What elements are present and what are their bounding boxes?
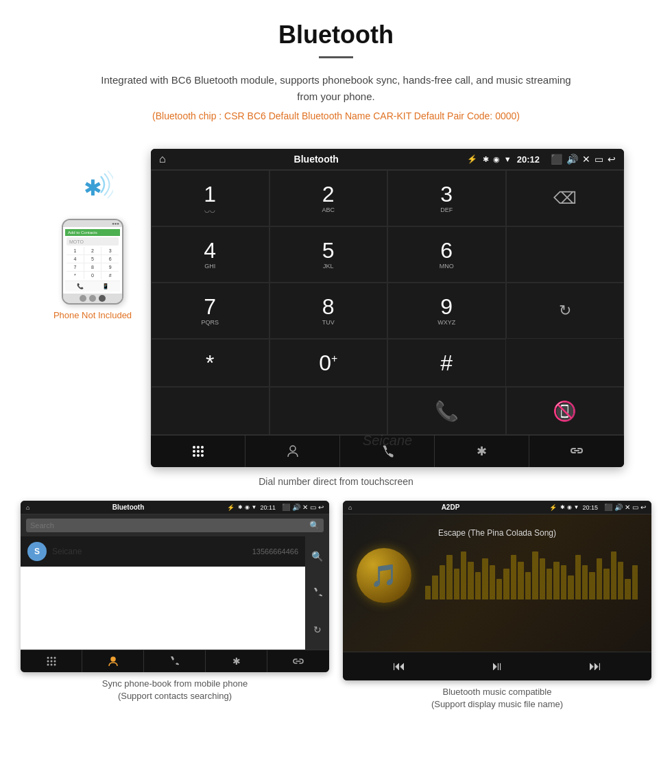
dial-status-bar: ⌂ Bluetooth ⚡ ✱ ◉ ▼ 20:12 ⬛ 🔊 ✕ ▭ ↩ bbox=[151, 149, 624, 170]
music-play-pause-btn[interactable]: ⏯ bbox=[491, 659, 503, 674]
dial-key-2[interactable]: 2 ABC bbox=[269, 170, 388, 226]
music-vol-btn[interactable]: 🔊 bbox=[614, 503, 623, 511]
viz-bar bbox=[597, 558, 602, 599]
viz-bar bbox=[532, 551, 538, 599]
music-close-btn[interactable]: ✕ bbox=[625, 503, 630, 511]
dial-key-star[interactable]: * bbox=[151, 339, 269, 387]
phonebook-bottom-bar: ✱ bbox=[21, 650, 329, 672]
pb-home-icon[interactable]: ⌂ bbox=[26, 504, 29, 511]
bottom-screenshots: ⌂ Bluetooth ⚡ ✱◉▼ 20:11 ⬛ 🔊 ✕ ▭ ↩ bbox=[0, 501, 672, 730]
dial-key-5[interactable]: 5 JKL bbox=[269, 226, 388, 283]
music-album-art: 🎵 bbox=[357, 548, 411, 603]
phonebook-sidebar: 🔍 ↻ bbox=[305, 536, 329, 650]
dial-call-green-btn[interactable]: 📞 bbox=[387, 387, 506, 435]
contact-number: 13566664466 bbox=[252, 547, 298, 556]
svg-text:✱: ✱ bbox=[84, 176, 102, 200]
window-status-btn[interactable]: ▭ bbox=[595, 154, 603, 165]
status-right-icons: ⬛ 🔊 ✕ ▭ ↩ bbox=[551, 154, 616, 165]
header-divider bbox=[319, 56, 353, 58]
phonebook-caption: Sync phone-book from mobile phone (Suppo… bbox=[21, 672, 329, 708]
bluetooth-btn[interactable]: ✱ bbox=[435, 436, 529, 467]
phone-not-included-label: Phone Not Included bbox=[53, 310, 132, 320]
dial-screen-title: Bluetooth bbox=[171, 154, 461, 165]
viz-bar bbox=[440, 565, 445, 599]
dial-key-3[interactable]: 3 DEF bbox=[387, 170, 506, 226]
dial-key-8[interactable]: 8 TUV bbox=[269, 283, 388, 339]
dial-key-6[interactable]: 6 MNO bbox=[387, 226, 506, 283]
link-btn[interactable] bbox=[529, 436, 624, 467]
dial-key-4[interactable]: 4 GHI bbox=[151, 226, 269, 283]
svg-point-14 bbox=[53, 657, 56, 659]
viz-bar bbox=[582, 565, 588, 599]
contacts-btn[interactable] bbox=[245, 436, 340, 467]
dial-key-hash[interactable]: # bbox=[387, 339, 506, 387]
status-time: 20:12 bbox=[517, 154, 540, 165]
music-camera-btn[interactable]: ⬛ bbox=[604, 503, 612, 511]
viz-bar bbox=[540, 558, 545, 599]
dial-reload-btn[interactable]: ↻ bbox=[506, 283, 625, 339]
pb-camera-btn[interactable]: ⬛ bbox=[282, 503, 290, 511]
viz-bar bbox=[603, 569, 609, 599]
viz-bar bbox=[425, 586, 431, 599]
pb-dialpad-btn[interactable] bbox=[21, 650, 82, 672]
pb-back-btn[interactable]: ↩ bbox=[318, 503, 324, 511]
pb-sidebar-phone-icon[interactable] bbox=[313, 587, 322, 599]
music-home-icon[interactable]: ⌂ bbox=[348, 504, 352, 511]
viz-bar bbox=[454, 569, 459, 599]
page-header: Bluetooth Integrated with BC6 Bluetooth … bbox=[0, 0, 672, 142]
viz-bar bbox=[490, 565, 495, 599]
usb-icon: ⚡ bbox=[467, 154, 477, 164]
svg-point-12 bbox=[47, 657, 49, 659]
music-next-btn[interactable]: ⏭ bbox=[589, 659, 601, 674]
svg-point-15 bbox=[47, 661, 49, 663]
home-icon[interactable]: ⌂ bbox=[159, 153, 166, 165]
dial-key-1[interactable]: 1 ◡◡ bbox=[151, 170, 269, 226]
svg-point-16 bbox=[50, 661, 52, 663]
viz-bar bbox=[561, 565, 566, 599]
dialpad-btn[interactable] bbox=[151, 436, 245, 467]
phone-top-bar: ●●● bbox=[63, 220, 122, 227]
pb-usb-icon: ⚡ bbox=[227, 504, 235, 511]
phonebook-contact-item[interactable]: S Seicane 13566664466 bbox=[21, 536, 305, 567]
dial-key-9[interactable]: 9 WXYZ bbox=[387, 283, 506, 339]
dial-key-7[interactable]: 7 PQRS bbox=[151, 283, 269, 339]
dial-key-0[interactable]: 0+ bbox=[269, 339, 388, 387]
pb-rect-btn[interactable]: ▭ bbox=[310, 503, 316, 511]
dial-call-red-btn[interactable]: 📵 bbox=[506, 387, 625, 435]
pb-contacts-btn[interactable] bbox=[82, 650, 144, 672]
music-screenshot-block: ⌂ A2DP ⚡ ✱◉▼ 20:15 ⬛ 🔊 ✕ ▭ ↩ Escape (The… bbox=[343, 501, 651, 716]
pb-phone-btn[interactable] bbox=[144, 650, 206, 672]
page-specs: (Bluetooth chip : CSR BC6 Default Blueto… bbox=[14, 110, 658, 121]
contact-avatar: S bbox=[27, 542, 47, 561]
pb-bt-btn[interactable]: ✱ bbox=[206, 650, 267, 672]
pb-sidebar-search-icon[interactable]: 🔍 bbox=[311, 551, 323, 562]
viz-bar bbox=[496, 579, 502, 599]
dial-backspace-btn[interactable]: ⌫ bbox=[506, 170, 625, 226]
phonebook-search-input[interactable] bbox=[30, 521, 309, 530]
signal-status-icon: ▼ bbox=[504, 155, 512, 163]
music-rect-btn[interactable]: ▭ bbox=[632, 503, 638, 511]
svg-point-10 bbox=[290, 446, 296, 451]
phonebook-search-icon[interactable]: 🔍 bbox=[309, 521, 320, 530]
close-status-btn[interactable]: ✕ bbox=[582, 154, 590, 165]
music-prev-btn[interactable]: ⏮ bbox=[393, 659, 405, 674]
phonebook-main: S Seicane 13566664466 bbox=[21, 536, 305, 650]
phonebook-content-area: S Seicane 13566664466 🔍 ↻ bbox=[21, 536, 329, 650]
camera-status-icon[interactable]: ⬛ bbox=[551, 154, 562, 165]
pb-vol-btn[interactable]: 🔊 bbox=[292, 503, 300, 511]
svg-point-7 bbox=[193, 454, 195, 457]
pb-link-btn[interactable] bbox=[267, 650, 329, 672]
pb-close-btn[interactable]: ✕ bbox=[302, 503, 308, 511]
viz-bar bbox=[553, 562, 559, 599]
pb-sidebar-reload-icon[interactable]: ↻ bbox=[313, 624, 322, 635]
music-back-btn[interactable]: ↩ bbox=[640, 503, 646, 511]
page-description: Integrated with BC6 Bluetooth module, su… bbox=[96, 72, 576, 105]
phonebook-empty-space bbox=[21, 567, 305, 650]
volume-status-icon[interactable]: 🔊 bbox=[566, 154, 578, 165]
phone-btn[interactable] bbox=[340, 436, 435, 467]
back-status-btn[interactable]: ↩ bbox=[608, 154, 616, 165]
viz-bar bbox=[568, 575, 573, 599]
svg-point-6 bbox=[201, 450, 204, 453]
music-status-right: ⬛ 🔊 ✕ ▭ ↩ bbox=[604, 503, 646, 511]
page-title: Bluetooth bbox=[14, 21, 658, 49]
